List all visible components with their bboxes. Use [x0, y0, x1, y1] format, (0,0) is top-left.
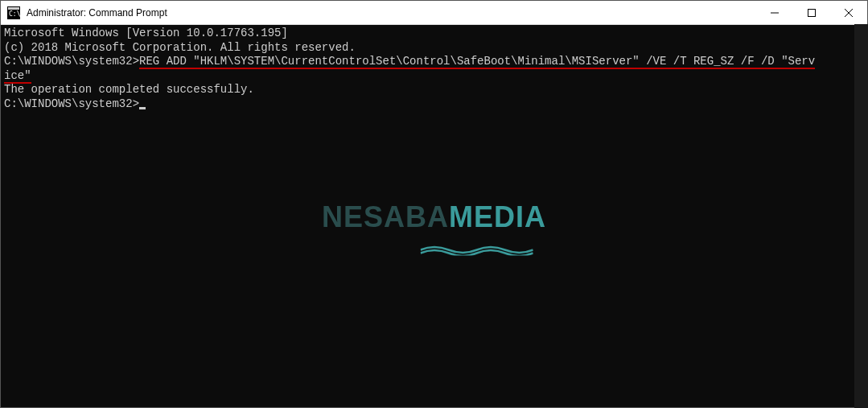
- prompt: C:\WINDOWS\system32>: [4, 97, 139, 110]
- command-text-part2: ice": [4, 69, 31, 84]
- cursor-icon: [139, 107, 146, 109]
- svg-text:C:\: C:\: [9, 10, 20, 18]
- minimize-button[interactable]: [756, 1, 793, 24]
- window-controls: [756, 1, 867, 24]
- svg-rect-4: [808, 9, 816, 16]
- watermark-text-2: MEDIA: [449, 200, 546, 233]
- command-text-part1: REG ADD "HKLM\SYSTEM\CurrentControlSet\C…: [139, 55, 815, 69]
- terminal-line-copyright: (c) 2018 Microsoft Corporation. All righ…: [4, 41, 864, 56]
- terminal-result: The operation completed successfully.: [4, 83, 864, 97]
- maximize-button[interactable]: [793, 1, 830, 24]
- terminal-body[interactable]: Microsoft Windows [Version 10.0.17763.19…: [1, 25, 867, 407]
- wave-icon: [421, 227, 533, 263]
- minimize-icon: [771, 9, 779, 17]
- maximize-icon: [808, 9, 816, 17]
- close-button[interactable]: [830, 1, 867, 24]
- terminal-command-line-wrap: ice": [4, 69, 864, 84]
- terminal-line-version: Microsoft Windows [Version 10.0.17763.19…: [4, 27, 864, 41]
- watermark: NESABAMEDIA: [322, 198, 546, 234]
- watermark-text-1: NESABA: [322, 200, 449, 233]
- window-title: Administrator: Command Prompt: [27, 7, 756, 19]
- close-icon: [845, 9, 853, 17]
- titlebar[interactable]: C:\ Administrator: Command Prompt: [1, 1, 867, 25]
- vertical-scrollbar[interactable]: [854, 24, 868, 408]
- svg-rect-1: [8, 7, 19, 10]
- cmd-icon: C:\: [7, 6, 20, 19]
- terminal-prompt-line: C:\WINDOWS\system32>: [4, 97, 864, 112]
- command-prompt-window: C:\ Administrator: Command Prompt Micros…: [0, 0, 868, 408]
- terminal-command-line: C:\WINDOWS\system32>REG ADD "HKLM\SYSTEM…: [4, 55, 864, 69]
- prompt: C:\WINDOWS\system32>: [4, 55, 139, 68]
